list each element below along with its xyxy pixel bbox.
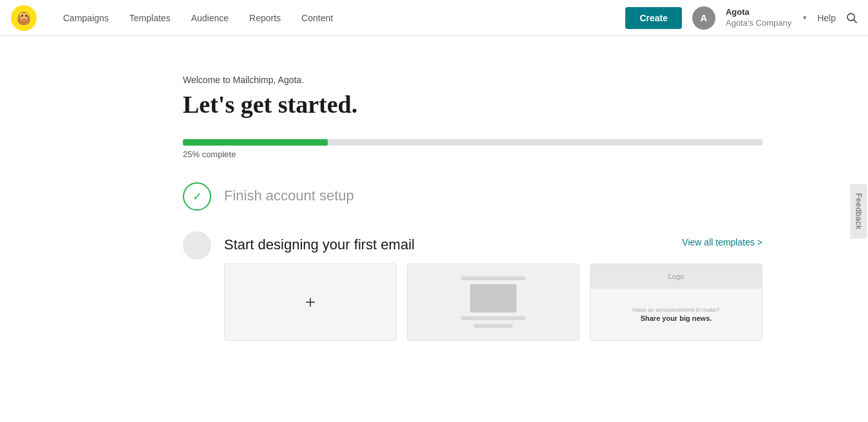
step-2-title: Start designing your first email <box>224 236 415 253</box>
plus-icon: + <box>305 292 316 312</box>
nav-item-audience[interactable]: Audience <box>181 0 239 36</box>
navbar-right: Create A Agota Agota's Company ▾ Help <box>625 6 858 30</box>
svg-point-8 <box>22 18 26 21</box>
svg-point-10 <box>27 15 30 18</box>
step-1-title: Finish account setup <box>224 187 762 204</box>
templates-header: Start designing your first email View al… <box>224 231 762 253</box>
progress-label: 25% complete <box>183 149 762 159</box>
user-avatar[interactable]: A <box>692 6 715 30</box>
layout-image-placeholder <box>470 284 516 312</box>
svg-point-5 <box>21 15 23 17</box>
user-name: Agota <box>726 7 791 18</box>
page-headline: Let's get started. <box>183 90 762 119</box>
progress-bar-fill <box>183 139 328 146</box>
layout-line-top <box>461 276 525 280</box>
layout-line-mid <box>461 316 525 320</box>
search-button[interactable] <box>846 12 858 24</box>
user-info[interactable]: Agota Agota's Company <box>726 7 791 29</box>
nav-links: Campaigns Templates Audience Reports Con… <box>53 0 625 36</box>
step-2-content: Start designing your first email View al… <box>224 231 762 341</box>
welcome-text: Welcome to Mailchimp, Agota. <box>183 75 762 85</box>
nav-item-templates[interactable]: Templates <box>119 0 181 36</box>
help-link[interactable]: Help <box>817 13 836 23</box>
template-card-announce[interactable]: Logo Have an announcement to make? Share… <box>590 264 762 341</box>
announce-main-text: Share your big news. <box>641 314 712 322</box>
nav-item-reports[interactable]: Reports <box>239 0 291 36</box>
svg-line-12 <box>854 19 857 23</box>
feedback-tab[interactable]: Feedback <box>851 184 867 238</box>
svg-point-9 <box>18 15 21 18</box>
template-card-blank[interactable]: + <box>224 264 397 341</box>
user-dropdown-arrow[interactable]: ▾ <box>803 14 807 22</box>
nav-item-content[interactable]: Content <box>291 0 343 36</box>
templates-grid: + <box>224 264 762 341</box>
step-design-email: Start designing your first email View al… <box>183 231 762 341</box>
nav-item-campaigns[interactable]: Campaigns <box>53 0 119 36</box>
progress-bar-bg <box>183 139 762 146</box>
search-icon <box>846 12 858 24</box>
announce-preview: Logo Have an announcement to make? Share… <box>590 264 762 340</box>
layout-line-short <box>474 324 513 328</box>
user-company: Agota's Company <box>726 18 791 29</box>
announce-logo-area: Logo <box>590 264 762 289</box>
view-all-templates-link[interactable]: View all templates > <box>682 237 762 247</box>
progress-container: 25% complete <box>183 139 762 159</box>
step-finish-account: ✓ Finish account setup <box>183 182 762 211</box>
mailchimp-logo[interactable] <box>10 5 37 32</box>
logo-label: Logo <box>668 273 684 280</box>
step-2-circle <box>183 231 211 260</box>
template-card-layout[interactable] <box>407 264 580 341</box>
announce-subtext: Have an announcement to make? <box>632 307 719 313</box>
step-1-circle: ✓ <box>183 182 211 211</box>
main-content: Welcome to Mailchimp, Agota. Let's get s… <box>80 36 788 367</box>
layout-preview <box>408 264 579 340</box>
navbar: Campaigns Templates Audience Reports Con… <box>0 0 868 36</box>
create-button[interactable]: Create <box>625 7 682 29</box>
step-1-content: Finish account setup <box>224 182 762 204</box>
svg-point-6 <box>25 15 27 17</box>
announce-bottom: Have an announcement to make? Share your… <box>590 289 762 340</box>
steps: ✓ Finish account setup Start designing y… <box>183 182 762 341</box>
checkmark-icon: ✓ <box>193 189 202 204</box>
